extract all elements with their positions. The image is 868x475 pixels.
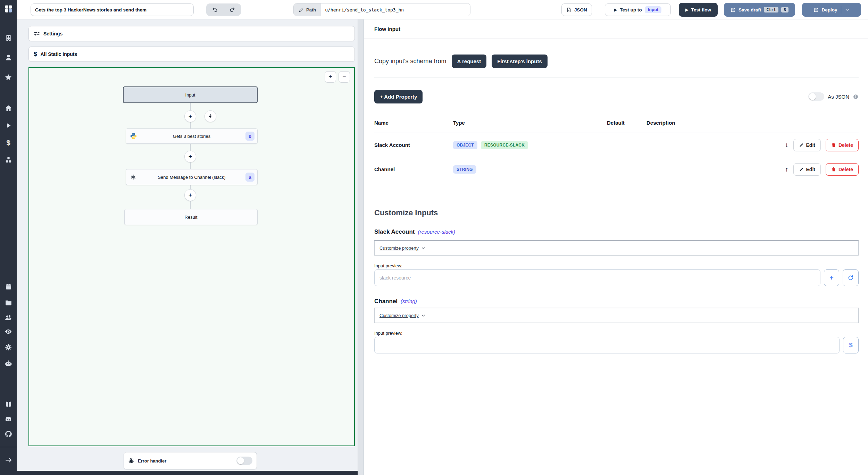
customize-property-toggle[interactable]: Customize property	[379, 313, 426, 318]
trash-icon	[831, 167, 836, 172]
as-json-toggle[interactable]	[808, 92, 824, 101]
delete-label: Delete	[838, 167, 853, 172]
flow-input-title: Flow Input	[374, 26, 400, 32]
user-icon[interactable]	[0, 52, 17, 63]
customize-property-box: Customize property	[374, 240, 859, 256]
chevron-down-icon	[845, 7, 850, 12]
workers-robot-icon[interactable]	[0, 358, 17, 369]
flow-node-step-b[interactable]: Gets 3 best stories b	[126, 128, 258, 144]
flow-title-input[interactable]	[31, 3, 194, 16]
discord-icon[interactable]	[0, 414, 17, 425]
test-up-to-target-badge[interactable]: Input	[645, 6, 662, 13]
path-input[interactable]	[321, 3, 470, 16]
variables-dollar-icon[interactable]: $	[0, 137, 17, 148]
edit-button[interactable]: Edit	[793, 139, 821, 151]
add-resource-button[interactable]: +	[824, 269, 839, 286]
customize-property-label: Customize property	[379, 313, 419, 318]
flow-editor-panel: Settings $ All Static Inputs + − Input +…	[17, 19, 358, 475]
undo-redo-group	[206, 3, 241, 16]
test-up-to-button[interactable]: ▶ Test up to Input	[605, 3, 671, 16]
schema-table: Name Type Default Description Slack Acco…	[374, 112, 859, 181]
resource-type-badge: RESOURCE-SLACK	[481, 141, 528, 149]
schedules-calendar-icon[interactable]	[0, 281, 17, 292]
toggle-knob	[809, 93, 816, 100]
settings-bar[interactable]: Settings	[28, 26, 355, 41]
copy-from-request-button[interactable]: A request	[452, 55, 487, 68]
flow-node-result[interactable]: Result	[124, 209, 258, 225]
play-icon: ▶	[614, 8, 617, 12]
property-name: Slack Account	[374, 142, 453, 148]
input-preview-label: Input preview:	[374, 331, 402, 336]
customize-property-label: Customize property	[379, 245, 419, 251]
insert-variable-dollar-button[interactable]: $	[843, 337, 859, 353]
error-handler-bar[interactable]: Error handler	[124, 452, 257, 469]
copy-schema-row: Copy input's schema from A request First…	[374, 53, 548, 69]
groups-users-icon[interactable]	[0, 312, 17, 323]
trigger-bolt-button[interactable]	[205, 110, 216, 122]
insert-step-button[interactable]: +	[184, 110, 196, 122]
deploy-save-icon	[813, 7, 819, 12]
channel-input[interactable]	[374, 337, 840, 353]
error-handler-label: Error handler	[138, 458, 233, 464]
error-handler-toggle[interactable]	[236, 457, 252, 465]
topbar: Path JSON ▶ Test up to Input ▶ Test flow…	[17, 0, 868, 19]
save-draft-button[interactable]: Save draft Ctrl S	[724, 3, 795, 17]
bottom-drawer-edge[interactable]	[17, 471, 358, 475]
workspace-building-icon[interactable]	[0, 32, 17, 43]
toggle-knob	[237, 457, 244, 464]
slack-resource-input[interactable]	[374, 269, 820, 286]
redo-button[interactable]	[224, 3, 241, 16]
refresh-button[interactable]	[843, 269, 859, 286]
audit-eye-icon[interactable]	[0, 326, 17, 337]
move-down-button[interactable]: ↓	[785, 141, 788, 149]
path-chip[interactable]: Path	[294, 3, 321, 16]
zoom-in-button[interactable]: +	[325, 71, 336, 83]
move-up-button[interactable]: ↑	[785, 166, 788, 173]
windmill-logo-icon[interactable]	[0, 4, 17, 14]
undo-button[interactable]	[206, 3, 224, 16]
section-name: Slack Account	[374, 228, 415, 235]
play-icon: ▶	[685, 8, 688, 12]
panel-resize-handle[interactable]	[358, 19, 364, 475]
col-name: Name	[374, 120, 453, 126]
flow-node-input[interactable]: Input	[123, 86, 258, 103]
deploy-button[interactable]: Deploy	[802, 3, 861, 17]
edit-label: Edit	[806, 167, 815, 172]
favorites-star-icon[interactable]	[0, 72, 17, 83]
settings-gear-icon[interactable]	[0, 342, 17, 353]
input-preview-label: Input preview:	[374, 263, 402, 268]
delete-button[interactable]: Delete	[826, 163, 859, 176]
edit-label: Edit	[806, 142, 815, 148]
kbd-s: S	[781, 7, 788, 12]
collapse-arrow-icon[interactable]	[0, 455, 17, 466]
flow-graph-canvas[interactable]: + − Input + Gets 3 best stories b +	[28, 67, 355, 446]
home-icon[interactable]	[0, 102, 17, 114]
folders-icon[interactable]	[0, 297, 17, 308]
flow-input-panel: Flow Input Copy input's schema from A re…	[364, 19, 868, 475]
insert-step-button[interactable]: +	[184, 151, 196, 162]
flow-node-step-a[interactable]: Send Message to Channel (slack) a	[126, 169, 258, 185]
docs-book-icon[interactable]	[0, 399, 17, 410]
customize-property-toggle[interactable]: Customize property	[379, 245, 426, 251]
pencil-icon	[799, 167, 804, 172]
runs-play-icon[interactable]	[0, 120, 17, 131]
json-file-icon	[566, 7, 571, 12]
table-header-row: Name Type Default Description	[374, 112, 859, 133]
edit-button[interactable]: Edit	[793, 163, 821, 176]
delete-button[interactable]: Delete	[826, 139, 859, 151]
flow-node-step-b-label: Gets 3 best stories	[173, 134, 210, 139]
add-property-button[interactable]: + Add Property	[374, 90, 423, 103]
info-icon[interactable]	[853, 94, 859, 100]
github-icon[interactable]	[0, 428, 17, 440]
resources-cubes-icon[interactable]	[0, 154, 17, 165]
path-label: Path	[306, 7, 316, 12]
test-flow-button[interactable]: ▶ Test flow	[679, 3, 718, 17]
copy-schema-label: Copy input's schema from	[374, 58, 446, 65]
type-badge: OBJECT	[453, 141, 477, 149]
insert-step-button[interactable]: +	[184, 189, 196, 201]
json-button[interactable]: JSON	[561, 3, 592, 16]
copy-from-first-step-button[interactable]: First step's inputs	[492, 55, 548, 68]
col-default: Default	[607, 120, 646, 126]
zoom-out-button[interactable]: −	[339, 71, 350, 83]
all-static-inputs-bar[interactable]: $ All Static Inputs	[28, 47, 355, 62]
